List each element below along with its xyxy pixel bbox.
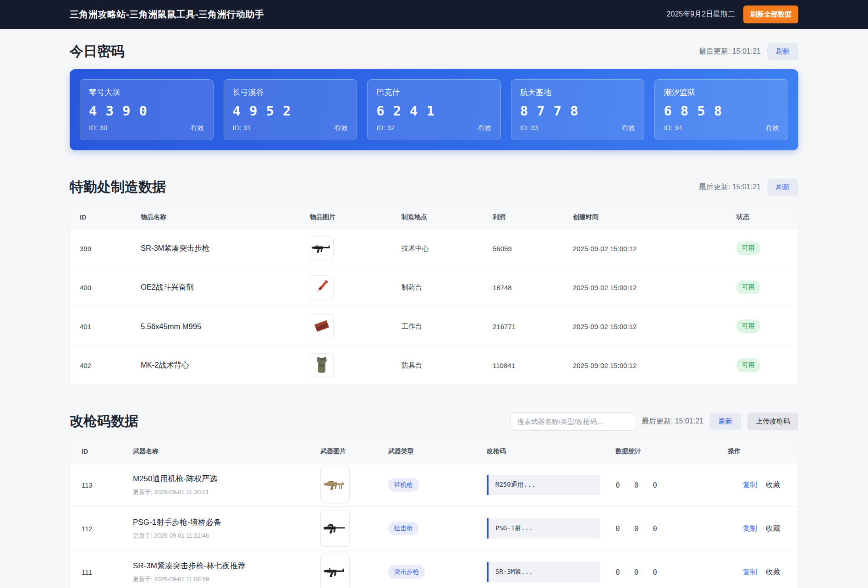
weapon-updated: 更新于: 2025-09-01 11:08:59: [133, 575, 320, 583]
password-status: 有效: [478, 124, 492, 132]
table-row: 111 SR-3M紧凑突击步枪-林七夜推荐 更新于: 2025-09-01 11…: [70, 550, 798, 588]
col-code: 改枪码: [487, 447, 615, 456]
col-id: ID: [80, 214, 141, 221]
weapon-code: SR-3M紧...: [487, 562, 600, 582]
status-badge: 可用: [736, 280, 760, 294]
password-id: ID: 31: [233, 124, 251, 132]
refresh-all-button[interactable]: 刷新全部数据: [743, 5, 798, 23]
password-card: 长弓溪谷 4952 ID: 31 有效: [224, 79, 357, 140]
weapon-name: PSG-1射手步枪-堵桥必备: [133, 517, 320, 528]
item-profit: 18748: [493, 284, 573, 291]
weapon-type-badge: 轻机枪: [388, 478, 419, 492]
item-name: MK-2战术背心: [141, 360, 310, 370]
passwords-section-head: 今日密码 最后更新: 15:01:21 刷新: [70, 42, 798, 61]
weapon-name: M250通用机枪-陈权严选: [133, 473, 320, 484]
search-input[interactable]: [511, 412, 635, 431]
weapon-updated: 更新于: 2025-09-01 11:22:46: [133, 532, 320, 540]
manufacture-table: ID 物品名称 物品图片 制造地点 利润 创建时间 状态 399 SR-3M紧凑…: [70, 206, 798, 385]
manufacture-section-head: 特勤处制造数据 最后更新: 15:01:21 刷新: [70, 178, 798, 197]
codes-title: 改枪码数据: [70, 412, 138, 431]
weapon-updated: 更新于: 2025-09-01 11:30:21: [133, 488, 320, 496]
weapon-code: PSG-1射...: [487, 518, 600, 539]
item-image: [310, 275, 334, 299]
weapon-id: 112: [82, 525, 133, 533]
manufacture-refresh-button[interactable]: 刷新: [767, 179, 798, 196]
weapon-type-badge: 突击步枪: [388, 565, 425, 579]
item-place: 技术中心: [401, 244, 493, 253]
password-card: 航天基地 8778 ID: 33 有效: [511, 79, 645, 140]
weapon-code: M250通用...: [487, 475, 600, 495]
status-badge: 可用: [736, 242, 760, 255]
stat-value: 0: [653, 481, 657, 489]
table-row: 112 PSG-1射手步枪-堵桥必备 更新于: 2025-09-01 11:22…: [70, 506, 798, 550]
copy-link[interactable]: 复制: [743, 567, 757, 577]
password-id: ID: 34: [664, 124, 682, 132]
item-id: 402: [80, 362, 141, 369]
password-id: ID: 32: [376, 124, 395, 132]
weapon-type-badge: 狙击枪: [388, 522, 419, 535]
password-code: 4390: [89, 103, 204, 119]
ammo-icon: [312, 316, 331, 337]
favorite-link[interactable]: 收藏: [766, 480, 780, 490]
password-status: 有效: [765, 124, 779, 132]
map-name: 巴克什: [376, 87, 492, 98]
item-time: 2025-09-02 15:00:12: [573, 362, 736, 369]
item-image: [310, 353, 334, 377]
password-status: 有效: [621, 124, 635, 132]
item-id: 401: [80, 323, 141, 330]
stat-value: 0: [615, 524, 620, 533]
codes-refresh-button[interactable]: 刷新: [710, 413, 741, 430]
topbar: 三角洲攻略站-三角洲鼠鼠工具-三角洲行动助手 2025年9月2日星期二 刷新全部…: [0, 0, 868, 29]
assault-rifle-icon: [323, 563, 347, 582]
current-date: 2025年9月2日星期二: [667, 10, 735, 19]
weapon-image: [320, 554, 350, 588]
codes-table-header: ID 武器名称 武器图片 武器类型 改枪码 数据统计 操作: [70, 440, 798, 463]
site-title: 三角洲攻略站-三角洲鼠鼠工具-三角洲行动助手: [70, 8, 264, 21]
col-stats: 数据统计: [615, 447, 728, 456]
col-profit: 利润: [493, 213, 573, 221]
password-id: ID: 30: [89, 124, 107, 132]
col-weapon-image: 武器图片: [320, 447, 388, 456]
item-image: [310, 236, 334, 260]
codes-last-update: 最后更新: 15:01:21: [642, 417, 703, 426]
table-row: 401 5.56x45mm M995 工作台 216771 2025-09-02…: [70, 307, 798, 346]
password-card: 零号大坝 4390 ID: 30 有效: [80, 79, 214, 140]
codes-table: ID 武器名称 武器图片 武器类型 改枪码 数据统计 操作 113 M250通用…: [70, 440, 798, 588]
machine-gun-icon: [323, 476, 347, 495]
col-weapon-name: 武器名称: [133, 447, 320, 456]
stat-value: 0: [653, 568, 657, 577]
stat-value: 0: [634, 524, 639, 533]
vest-icon: [313, 355, 330, 376]
upload-code-button[interactable]: 上传改枪码: [747, 412, 798, 430]
table-row: 113 M250通用机枪-陈权严选 更新于: 2025-09-01 11:30:…: [70, 463, 798, 506]
table-row: 402 MK-2战术背心 防具台 110841 2025-09-02 15:00…: [70, 346, 798, 385]
map-name: 潮汐监狱: [664, 87, 779, 98]
item-name: SR-3M紧凑突击步枪: [141, 243, 310, 253]
item-id: 400: [80, 284, 141, 291]
stat-value: 0: [653, 524, 657, 533]
password-code: 6858: [664, 103, 779, 119]
item-place: 工作台: [401, 322, 493, 331]
passwords-refresh-button[interactable]: 刷新: [767, 43, 798, 60]
password-code: 8778: [520, 103, 636, 119]
password-card: 巴克什 6241 ID: 32 有效: [367, 79, 501, 140]
weapon-id: 113: [82, 481, 133, 489]
map-name: 航天基地: [520, 87, 636, 98]
passwords-last-update: 最后更新: 15:01:21: [699, 47, 761, 56]
item-name: 5.56x45mm M995: [141, 322, 310, 331]
stat-value: 0: [615, 481, 620, 489]
syringe-icon: [313, 278, 331, 297]
weapon-stats: 0 0 0: [615, 568, 728, 577]
password-status: 有效: [334, 124, 348, 132]
copy-link[interactable]: 复制: [743, 480, 757, 490]
weapon-name: SR-3M紧凑突击步枪-林七夜推荐: [133, 561, 320, 571]
map-name: 长弓溪谷: [233, 87, 348, 98]
col-place: 制造地点: [401, 213, 493, 221]
favorite-link[interactable]: 收藏: [766, 567, 780, 577]
item-id: 399: [80, 245, 141, 253]
passwords-title: 今日密码: [70, 42, 125, 61]
password-code: 6241: [376, 103, 492, 119]
favorite-link[interactable]: 收藏: [766, 524, 780, 533]
copy-link[interactable]: 复制: [743, 524, 757, 533]
codes-section-head: 改枪码数据 最后更新: 15:01:21 刷新 上传改枪码: [70, 412, 798, 431]
